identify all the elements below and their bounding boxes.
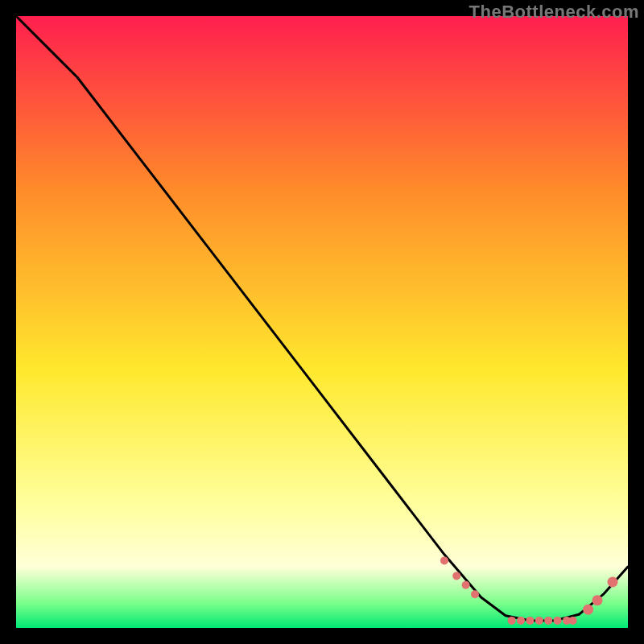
data-dot	[440, 556, 448, 564]
data-dot	[526, 617, 534, 625]
gradient-background	[16, 16, 628, 628]
data-dot	[592, 595, 603, 605]
watermark-text: TheBottleneck.com	[469, 2, 639, 23]
data-dot	[554, 617, 562, 625]
data-dot	[608, 577, 618, 588]
data-dot	[544, 617, 552, 625]
data-dot	[583, 605, 593, 615]
data-dot	[471, 590, 479, 598]
data-dot	[508, 617, 516, 625]
data-dot	[452, 572, 460, 580]
chart-stage: TheBottleneck.com	[0, 0, 644, 644]
data-dot	[517, 617, 525, 625]
data-dot	[535, 617, 543, 625]
data-dot	[569, 617, 577, 625]
data-dot	[462, 581, 470, 589]
chart-svg	[16, 16, 628, 628]
